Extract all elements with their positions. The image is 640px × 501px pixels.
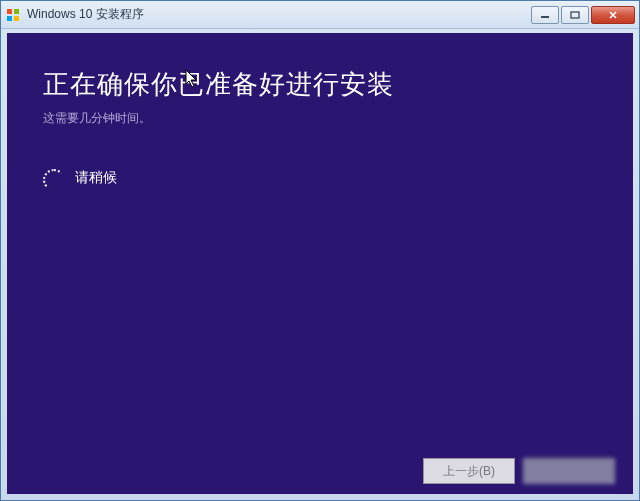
minimize-button[interactable] [531, 6, 559, 24]
next-button-placeholder [523, 458, 615, 484]
app-icon [5, 7, 21, 23]
progress-row: 请稍候 [43, 169, 597, 187]
window-controls [531, 6, 635, 24]
page-heading: 正在确保你已准备好进行安装 [43, 67, 597, 102]
window-title: Windows 10 安装程序 [27, 6, 531, 23]
svg-rect-2 [7, 16, 12, 21]
footer-bar: 上一步(B) [7, 448, 633, 494]
svg-rect-0 [7, 9, 12, 14]
svg-rect-4 [541, 16, 549, 18]
maximize-button[interactable] [561, 6, 589, 24]
svg-rect-5 [571, 12, 579, 18]
svg-rect-1 [14, 9, 19, 14]
wait-label: 请稍候 [75, 169, 117, 187]
loading-spinner-icon [43, 169, 61, 187]
installer-window: Windows 10 安装程序 正在确保你已准备好进行安装 这需要几分钟时间。 … [0, 0, 640, 501]
content-area: 正在确保你已准备好进行安装 这需要几分钟时间。 请稍候 上一步(B) [7, 33, 633, 494]
close-button[interactable] [591, 6, 635, 24]
svg-rect-3 [14, 16, 19, 21]
page-subtext: 这需要几分钟时间。 [43, 110, 597, 127]
titlebar[interactable]: Windows 10 安装程序 [1, 1, 639, 29]
back-button[interactable]: 上一步(B) [423, 458, 515, 484]
